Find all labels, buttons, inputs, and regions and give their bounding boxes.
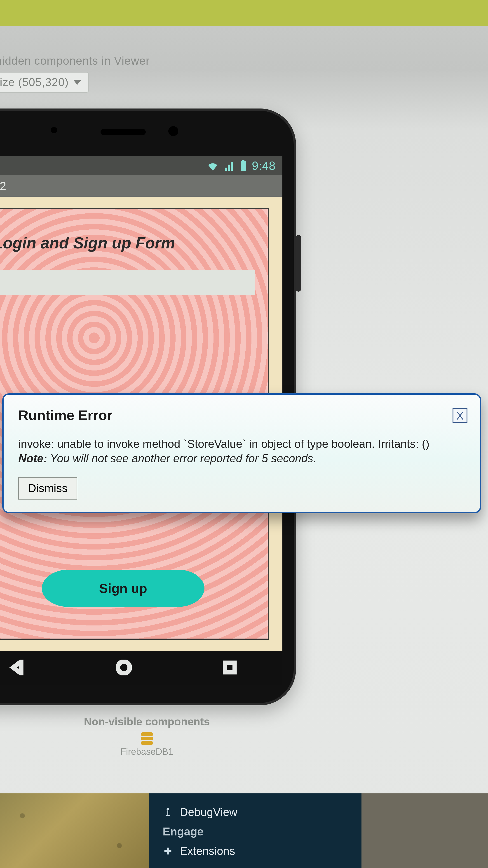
svg-point-0 xyxy=(118,662,130,674)
firebase-console-panel[interactable]: DebugView Engage Extensions xyxy=(149,794,361,868)
firebase-item-label: Engage xyxy=(163,825,203,838)
hidden-components-label: y hidden components in Viewer xyxy=(0,54,150,67)
viewer-options: y hidden components in Viewer size (505,… xyxy=(0,54,150,93)
signup-button[interactable]: Sign up xyxy=(42,569,204,607)
android-status-bar: 9:48 xyxy=(0,156,283,175)
firebasedb-label[interactable]: FirebaseDB1 xyxy=(0,747,294,757)
screen-name-label: reen 2 xyxy=(0,179,6,193)
dismiss-button[interactable]: Dismiss xyxy=(18,477,77,500)
close-icon[interactable]: X xyxy=(453,408,467,423)
app-title-bar: reen 2 xyxy=(0,175,283,197)
error-body: invoke: unable to invoke method `StoreVa… xyxy=(18,437,465,466)
svg-rect-1 xyxy=(225,663,235,673)
phone-size-label: size (505,320) xyxy=(0,76,69,89)
error-note-label: Note: xyxy=(18,452,47,465)
android-nav-bar xyxy=(0,651,283,685)
nav-back-icon[interactable] xyxy=(9,659,25,676)
username-field[interactable] xyxy=(0,270,255,295)
bottom-strip: DebugView Engage Extensions xyxy=(0,794,488,868)
extensions-icon xyxy=(163,846,173,856)
form-title: Login and Sign up Form xyxy=(0,234,255,252)
nav-recent-icon[interactable] xyxy=(223,660,237,676)
cell-signal-icon xyxy=(224,161,235,170)
firebase-item-label: DebugView xyxy=(180,806,237,819)
database-icon[interactable] xyxy=(141,733,153,745)
error-note-text: You will not see another error reported … xyxy=(47,452,316,465)
firebase-debugview-item[interactable]: DebugView xyxy=(163,802,348,822)
power-button-icon xyxy=(296,235,301,291)
firebase-engage-section[interactable]: Engage xyxy=(163,822,348,841)
speaker-icon xyxy=(101,129,146,135)
error-note: Note: You will not see another error rep… xyxy=(18,451,465,466)
runtime-error-dialog: Runtime Error X invoke: unable to invoke… xyxy=(2,393,481,513)
bottom-strip-filler xyxy=(361,794,488,868)
nonvisible-components: Non-visible components FirebaseDB1 xyxy=(0,715,294,757)
status-time: 9:48 xyxy=(252,159,275,173)
svg-point-2 xyxy=(166,808,169,811)
chevron-down-icon xyxy=(73,80,81,85)
other-window-thumb[interactable] xyxy=(0,794,149,868)
error-title: Runtime Error xyxy=(18,407,465,423)
battery-icon xyxy=(240,160,247,171)
wifi-icon xyxy=(207,161,219,170)
debugview-icon xyxy=(163,807,173,817)
proximity-sensor-icon xyxy=(51,127,57,133)
error-message: invoke: unable to invoke method `StoreVa… xyxy=(18,437,465,451)
front-camera-icon xyxy=(168,126,178,136)
firebase-item-label: Extensions xyxy=(180,844,235,858)
nonvisible-heading: Non-visible components xyxy=(0,715,294,728)
nav-home-icon[interactable] xyxy=(116,659,132,676)
phone-size-dropdown[interactable]: size (505,320) xyxy=(0,72,89,93)
firebase-extensions-item[interactable]: Extensions xyxy=(163,841,348,861)
